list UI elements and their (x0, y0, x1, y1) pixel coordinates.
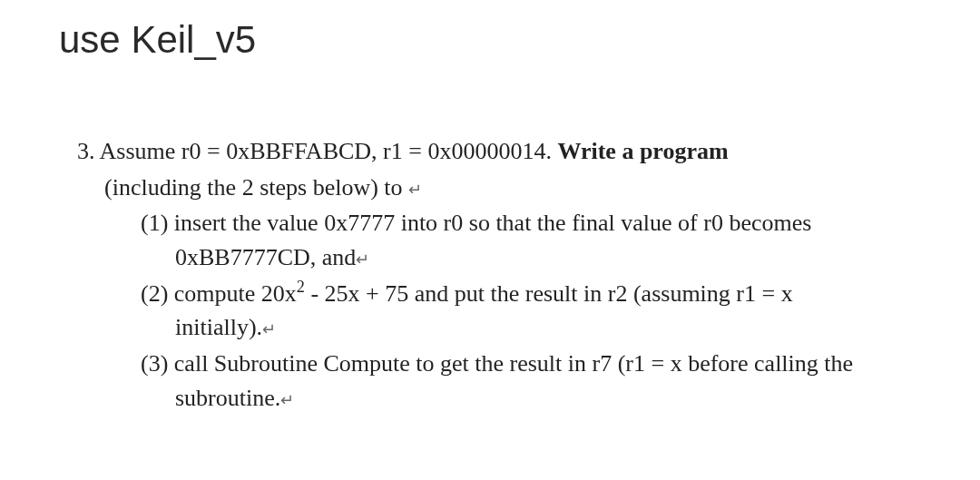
paragraph-mark-icon: ↵ (356, 250, 369, 269)
sub-list: (1) insert the value 0x7777 into r0 so t… (77, 206, 898, 415)
item-text-a: compute 20x (174, 280, 297, 307)
problem-intro: 3. Assume r0 = 0xBBFFABCD, r1 = 0x000000… (77, 134, 898, 169)
paragraph-mark-icon: ↵ (408, 181, 422, 199)
problem-intro-bold: Write a program (557, 138, 728, 164)
list-item: (1) insert the value 0x7777 into r0 so t… (141, 206, 898, 274)
problem-block: 3. Assume r0 = 0xBBFFABCD, r1 = 0x000000… (54, 134, 926, 416)
item-number: (2) (141, 280, 168, 307)
problem-intro-prefix: Assume r0 = 0xBBFFABCD, r1 = 0x00000014. (100, 138, 558, 164)
item-text: call Subroutine Compute to get the resul… (174, 350, 853, 411)
problem-number: 3. (77, 138, 95, 164)
item-number: (3) (141, 350, 168, 377)
item-number: (1) (141, 210, 168, 236)
list-item: (2) compute 20x2 - 25x + 75 and put the … (141, 277, 898, 345)
paragraph-mark-icon: ↵ (280, 391, 294, 409)
superscript: 2 (297, 278, 305, 296)
page-title: use Keil_v5 (59, 18, 926, 62)
paragraph-mark-icon: ↵ (262, 320, 276, 338)
list-item: (3) call Subroutine Compute to get the r… (141, 347, 898, 415)
problem-sub-intro-text: (including the 2 steps below) to (104, 174, 403, 201)
item-text: insert the value 0x7777 into r0 so that … (174, 210, 812, 270)
problem-sub-intro: (including the 2 steps below) to ↵ (77, 171, 898, 205)
